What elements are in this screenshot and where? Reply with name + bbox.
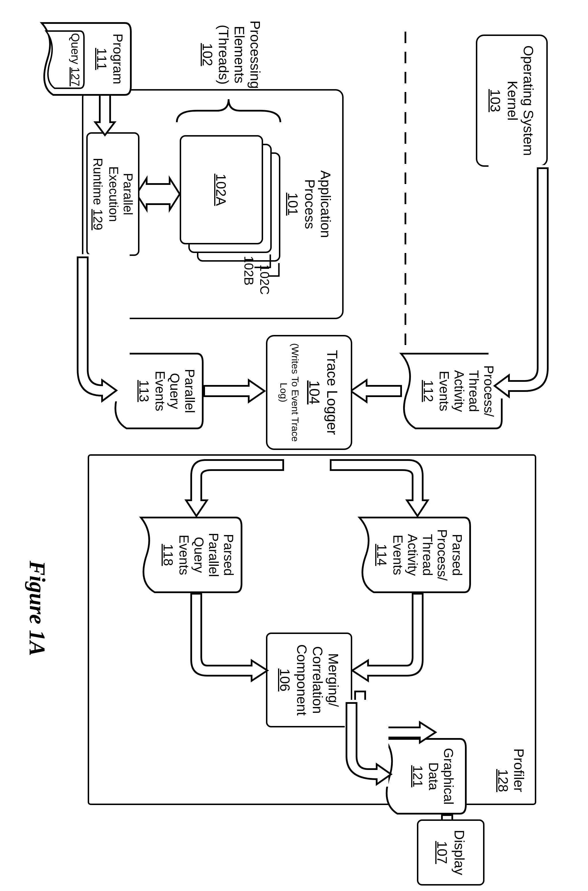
curly-brace [174, 95, 283, 129]
profiler-label: Profiler [511, 748, 526, 792]
diagram-stage: Operating System Kernel 103 Application … [0, 0, 588, 891]
pte-l3: Activity [452, 370, 466, 412]
merging-component-box: Merging/ Correlation Component 106 [266, 633, 352, 728]
query-doc: Query 127 [45, 29, 86, 91]
pqe-l1: Parallel [182, 369, 197, 413]
display-ref: 107 [434, 841, 450, 864]
tl-note: (Writes To Event Trace Log) [278, 338, 300, 447]
program-to-runtime-arrow [93, 95, 117, 135]
pple-ref: 118 [160, 520, 176, 590]
mc-ref: 106 [277, 669, 293, 692]
os-kernel-label2: Kernel [504, 81, 520, 121]
gd-l2: Data [426, 762, 441, 790]
display-box: Display 107 [417, 819, 484, 885]
mc-l1: Merging/ [326, 653, 341, 707]
pte-l1: Process/ [482, 365, 496, 417]
parsed-parallel-events-doc: Parsed Parallel Query Events 118 [138, 514, 244, 595]
114-to-merge-arrow [348, 594, 428, 688]
ppe-l3: Thread [420, 534, 435, 576]
trace-logger-box: Trace Logger 104 (Writes To Event Trace … [266, 335, 352, 450]
pte-l2: Thread [466, 370, 482, 412]
pr-l1: Parallel [121, 173, 135, 215]
os-kernel-ref: 103 [488, 89, 503, 112]
ppe-l5: Events [390, 535, 405, 575]
program-ref: 111 [94, 25, 109, 93]
parallel-runtime-box: Parallel Execution Runtime 129 [86, 132, 140, 256]
display-label: Display [452, 830, 467, 875]
pe-ref: 102 [200, 12, 215, 98]
app-process-label1: Application [318, 171, 333, 238]
proc-thread-events-doc: Process/ Thread Activity Events 112 [398, 351, 505, 431]
thread-a-ref: 102A [213, 174, 229, 206]
parsed-process-events-doc: Parsed Process/ Thread Activity Events 1… [357, 514, 473, 595]
gd-ref: 121 [410, 741, 425, 812]
pqe-l2: Query [167, 373, 182, 409]
pqe-l3: Events [153, 371, 168, 411]
pe-l3: (Threads) [216, 25, 231, 84]
ppe-ref: 114 [374, 520, 389, 590]
dashed-divider [404, 32, 407, 348]
os-kernel-label1: Operating System [520, 45, 536, 156]
threads-runtime-arrow [136, 178, 180, 210]
pr-l3: Runtime [91, 158, 105, 205]
pple-l3: Query [192, 537, 207, 573]
pple-l1: Parsed [221, 534, 236, 576]
query-label: Query [69, 33, 82, 64]
pe-l1: Processing [248, 20, 263, 88]
118-to-merge-arrow [186, 594, 267, 688]
app-process-label2: Process [302, 179, 318, 229]
logger-to-118-arrow [186, 450, 283, 519]
logger-to-114-arrow [331, 450, 428, 519]
app-process-ref: 101 [285, 193, 300, 216]
pr-l2: Execution [106, 166, 121, 222]
figure-caption: Figure 1A [24, 561, 50, 656]
mc-l2: Correlation [310, 646, 326, 714]
thread-b-ref: 102B [241, 256, 256, 285]
pte-ref: 112 [421, 356, 436, 426]
pple-l2: Parallel [206, 533, 221, 577]
merge-to-data-arrow2 [346, 702, 387, 785]
ppe-l2: Process/ [435, 529, 450, 581]
mc-l3: Component [294, 644, 310, 716]
pr-ref: 129 [91, 209, 105, 230]
processing-elements-label: Processing Elements (Threads) 102 [200, 12, 263, 98]
os-kernel-box: Operating System Kernel 103 [476, 34, 548, 167]
tl-label: Trace Logger [324, 350, 340, 435]
thread-c-ref: 102C [257, 264, 272, 295]
profiler-box: Profiler 128 [88, 454, 536, 805]
ppe-l4: Activity [405, 534, 420, 576]
pqe-to-logger-arrow [204, 374, 264, 408]
tl-ref: 104 [306, 380, 322, 404]
profiler-ref: 128 [495, 769, 511, 792]
events-to-logger-arrow [350, 374, 401, 408]
runtime-to-pqe-arrow-clean [76, 256, 128, 400]
program-label: Program [110, 34, 125, 84]
query-ref: 127 [69, 67, 82, 87]
ppe-l1: Parsed [450, 534, 465, 576]
pqe-ref: 113 [136, 356, 152, 426]
thread-a-box: 102A [180, 135, 263, 244]
gd-l1: Graphical [441, 748, 456, 805]
pple-l4: Events [177, 535, 192, 575]
pte-l4: Events [437, 371, 452, 411]
pe-l2: Elements [232, 26, 247, 83]
